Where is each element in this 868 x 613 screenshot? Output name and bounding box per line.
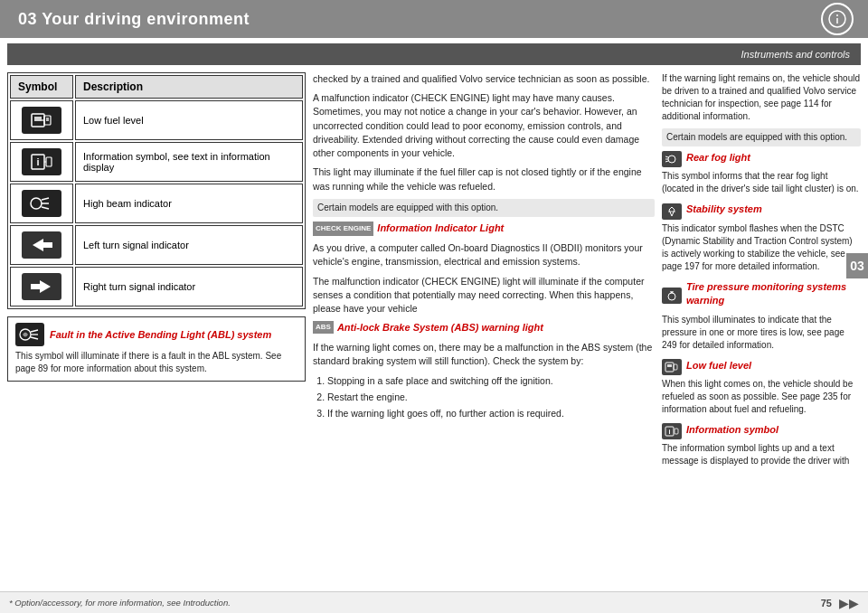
left-panel: Symbol Description <box>7 72 306 606</box>
info-indicator-body: As you drive, a computer called On-board… <box>313 241 655 269</box>
svg-rect-34 <box>667 364 672 367</box>
stability-header: Stability system <box>662 203 861 219</box>
abs-section: ABS Anti-lock Brake System (ABS) warning… <box>313 321 655 420</box>
right-turn-icon <box>22 273 61 300</box>
desc-beam: High beam indicator <box>75 184 303 223</box>
list-item: If the warning light goes off, no furthe… <box>327 407 655 420</box>
svg-marker-16 <box>33 239 43 251</box>
table-row: Left turn signal indicator <box>10 225 303 265</box>
info-symbol-icon: i <box>22 148 61 175</box>
svg-point-29 <box>668 293 675 300</box>
abl-note-title: Fault in the Active Bending Light (ABL) … <box>50 329 271 340</box>
check-engine-box: CHECK ENGINE Information Indicator Light <box>313 222 655 236</box>
svg-rect-38 <box>675 429 678 434</box>
svg-rect-19 <box>31 284 40 289</box>
info-symbol-title: Information symbol <box>686 423 778 437</box>
chapter-tab: 03 <box>846 253 868 278</box>
fuel-icon <box>22 107 61 134</box>
main-content: Symbol Description <box>0 65 868 606</box>
table-row: High beam indicator <box>10 184 303 223</box>
svg-rect-6 <box>46 118 49 121</box>
page-header: 03 Your driving environment <box>0 0 868 38</box>
tpms-body: This symbol illuminates to indicate that… <box>662 314 861 352</box>
page-footer: * Option/accessory, for more information… <box>0 591 868 613</box>
abs-steps-list: Stopping in a safe place and switching o… <box>313 374 655 421</box>
tpms-icon <box>662 288 682 304</box>
right-gray-note: Certain models are equipped with this op… <box>662 128 861 146</box>
svg-rect-4 <box>34 117 42 121</box>
gray-note1: Certain models are equipped with this op… <box>313 199 655 218</box>
stability-title: Stability system <box>686 203 762 216</box>
low-fuel-header: Low fuel level <box>662 359 861 375</box>
low-fuel-title: Low fuel level <box>686 359 751 373</box>
svg-rect-35 <box>674 364 677 370</box>
symbol-cell-right-turn <box>10 267 73 306</box>
svg-line-14 <box>42 198 49 200</box>
svg-line-26 <box>665 156 668 157</box>
mid-intro3: This light may illuminate if the fuel fi… <box>313 165 655 193</box>
table-row: Right turn signal indicator <box>10 267 303 306</box>
right-panel: If the warning light remains on, the veh… <box>662 72 861 606</box>
section-label: Instruments and controls <box>741 49 850 60</box>
abl-note-body: This symbol will illuminate if there is … <box>15 350 297 375</box>
desc-fuel: Low fuel level <box>75 100 303 140</box>
svg-point-24 <box>668 156 675 163</box>
abs-header-box: ABS Anti-lock Brake System (ABS) warning… <box>313 321 655 335</box>
next-arrow-icon[interactable]: ▶▶ <box>839 596 859 610</box>
desc-info: Information symbol, see text in informat… <box>75 142 303 182</box>
col-header-description: Description <box>75 75 303 99</box>
info-indicator-body2: The malfunction indicator (CHECK ENGINE)… <box>313 275 655 316</box>
rear-fog-body: This symbol informs that the rear fog li… <box>662 170 861 195</box>
symbol-table: Symbol Description <box>7 72 306 309</box>
tpms-section: Tire pressure monitoring systems warning… <box>662 280 861 352</box>
info-indicator-section: CHECK ENGINE Information Indicator Light… <box>313 222 655 316</box>
mid-panel: checked by a trained and qualified Volvo… <box>313 72 655 606</box>
col-header-symbol: Symbol <box>10 75 73 99</box>
tpms-header: Tire pressure monitoring systems warning <box>662 280 861 311</box>
rear-fog-section: Rear fog light This symbol informs that … <box>662 151 861 195</box>
rear-fog-title: Rear fog light <box>686 151 750 165</box>
svg-line-27 <box>665 161 668 162</box>
stability-body: This indicator symbol flashes when the D… <box>662 222 861 273</box>
low-fuel-body: When this light comes on, the vehicle sh… <box>662 378 861 416</box>
info-symbol-header: i Information symbol <box>662 423 861 439</box>
symbol-cell-info: i <box>10 142 73 182</box>
svg-rect-10 <box>46 157 52 166</box>
symbol-cell-left-turn <box>10 225 73 265</box>
info-indicator-title: Information Indicator Light <box>377 222 504 236</box>
right-intro: If the warning light remains on, the veh… <box>662 72 861 123</box>
list-item: Stopping in a safe place and switching o… <box>327 374 655 388</box>
svg-line-23 <box>31 337 38 339</box>
stability-icon <box>662 203 682 220</box>
svg-line-15 <box>42 207 49 209</box>
info-symbol-body: The information symbol lights up and a t… <box>662 442 861 467</box>
abs-body: If the warning light comes on, there may… <box>313 341 655 368</box>
abs-badge: ABS <box>313 321 334 334</box>
table-row: i Information symbol, see text in inform… <box>10 142 303 182</box>
stability-section: Stability system This indicator symbol f… <box>662 203 861 272</box>
low-fuel-section: Low fuel level When this light comes on,… <box>662 359 861 416</box>
check-engine-badge: CHECK ENGINE <box>313 222 373 236</box>
symbol-cell-beam <box>10 184 73 223</box>
list-item: Restart the engine. <box>327 391 655 404</box>
high-beam-icon <box>22 190 61 217</box>
svg-text:i: i <box>36 156 39 167</box>
footer-note: * Option/accessory, for more information… <box>9 598 231 608</box>
svg-rect-17 <box>43 242 52 248</box>
info-symbol-section: i Information symbol The information sym… <box>662 423 861 467</box>
abl-note-box: Fault in the Active Bending Light (ABL) … <box>7 316 306 382</box>
left-turn-icon <box>22 231 61 259</box>
svg-marker-18 <box>40 280 51 293</box>
symbol-cell-fuel <box>10 100 73 140</box>
info-symbol-icon-right: i <box>662 423 682 439</box>
svg-text:i: i <box>669 429 671 435</box>
mid-intro2: A malfunction indicator (CHECK ENGINE) l… <box>313 91 655 160</box>
abs-section-title: Anti-lock Brake System (ABS) warning lig… <box>337 321 543 335</box>
table-row: Low fuel level <box>10 100 303 140</box>
header-icon <box>821 3 854 35</box>
rear-fog-icon <box>662 151 682 167</box>
low-fuel-icon <box>662 359 682 375</box>
rear-fog-header: Rear fog light <box>662 151 861 167</box>
tpms-title: Tire pressure monitoring systems warning <box>686 280 861 308</box>
svg-point-12 <box>31 198 42 209</box>
